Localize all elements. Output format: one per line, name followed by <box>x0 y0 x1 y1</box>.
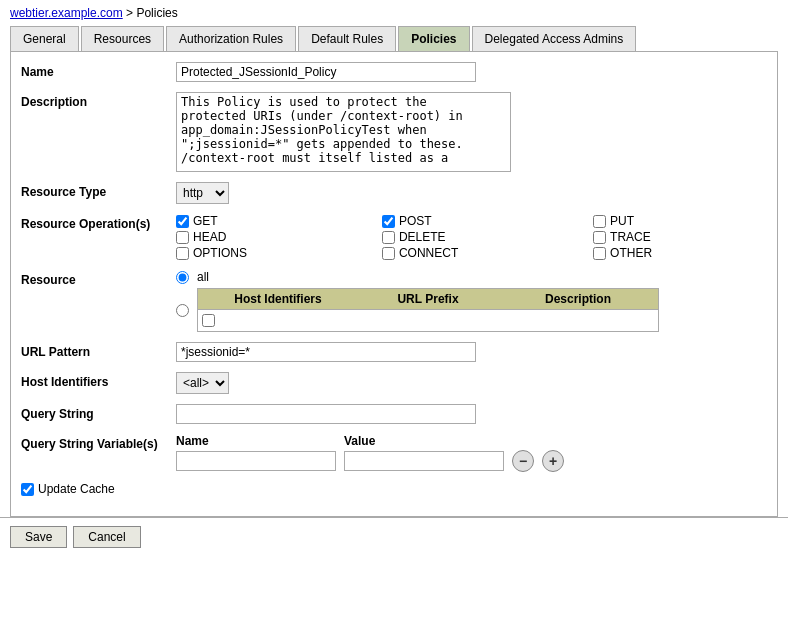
op-head-checkbox[interactable] <box>176 231 189 244</box>
op-trace[interactable]: TRACE <box>593 230 767 244</box>
op-delete[interactable]: DELETE <box>382 230 573 244</box>
breadcrumb-separator: > <box>126 6 136 20</box>
url-pattern-row: URL Pattern <box>21 342 767 362</box>
resource-type-label: Resource Type <box>21 182 176 199</box>
resource-all-option[interactable]: all <box>176 270 767 284</box>
description-label: Description <box>21 92 176 109</box>
resource-table-header: Host Identifiers URL Prefix Description <box>197 288 659 310</box>
bottom-bar: Save Cancel <box>0 517 788 556</box>
qs-variables-field: Name Value − + <box>176 434 767 472</box>
resource-field: all Host Identifiers URL Prefix Descript… <box>176 270 767 332</box>
tab-default-rules[interactable]: Default Rules <box>298 26 396 51</box>
tab-authorization-rules[interactable]: Authorization Rules <box>166 26 296 51</box>
col-description: Description <box>498 289 658 309</box>
breadcrumb-current: Policies <box>136 6 177 20</box>
op-connect-checkbox[interactable] <box>382 247 395 260</box>
breadcrumb: webtier.example.com > Policies <box>0 0 788 26</box>
name-input[interactable] <box>176 62 476 82</box>
query-string-row: Query String <box>21 404 767 424</box>
op-delete-checkbox[interactable] <box>382 231 395 244</box>
update-cache-row: Update Cache <box>21 482 767 496</box>
save-button[interactable]: Save <box>10 526 67 548</box>
description-field: This Policy is used to protect the prote… <box>176 92 767 172</box>
resource-table-checkbox[interactable] <box>202 314 215 327</box>
qs-inputs-row: − + <box>176 450 767 472</box>
resource-operations-field: GET POST PUT HEAD DELETE TRACE <box>176 214 767 260</box>
op-other-checkbox[interactable] <box>593 247 606 260</box>
resource-operations-row: Resource Operation(s) GET POST PUT HEAD … <box>21 214 767 260</box>
op-post[interactable]: POST <box>382 214 573 228</box>
col-host-identifiers: Host Identifiers <box>198 289 358 309</box>
query-string-label: Query String <box>21 404 176 421</box>
qs-name-input[interactable] <box>176 451 336 471</box>
query-string-field <box>176 404 767 424</box>
op-put[interactable]: PUT <box>593 214 767 228</box>
tab-policies[interactable]: Policies <box>398 26 469 51</box>
qs-column-labels: Name Value <box>176 434 767 448</box>
op-head[interactable]: HEAD <box>176 230 362 244</box>
resource-type-row: Resource Type http https <box>21 182 767 204</box>
qs-variables-row: Query String Variable(s) Name Value − + <box>21 434 767 472</box>
query-string-input[interactable] <box>176 404 476 424</box>
description-row: Description This Policy is used to prote… <box>21 92 767 172</box>
host-identifiers-row: Host Identifiers <all> <box>21 372 767 394</box>
op-post-checkbox[interactable] <box>382 215 395 228</box>
op-connect[interactable]: CONNECT <box>382 246 573 260</box>
tab-general[interactable]: General <box>10 26 79 51</box>
op-options-checkbox[interactable] <box>176 247 189 260</box>
url-pattern-label: URL Pattern <box>21 342 176 359</box>
op-get[interactable]: GET <box>176 214 362 228</box>
resource-radio-group: all Host Identifiers URL Prefix Descript… <box>176 270 767 332</box>
col-url-prefix: URL Prefix <box>358 289 498 309</box>
url-pattern-input[interactable] <box>176 342 476 362</box>
qs-value-column-label: Value <box>344 434 504 448</box>
qs-name-column-label: Name <box>176 434 336 448</box>
resource-all-radio[interactable] <box>176 271 189 284</box>
name-field <box>176 62 767 82</box>
host-identifiers-field: <all> <box>176 372 767 394</box>
resource-type-field: http https <box>176 182 767 204</box>
resource-table: Host Identifiers URL Prefix Description <box>197 288 659 332</box>
resource-type-select[interactable]: http https <box>176 182 229 204</box>
resource-table-body <box>197 310 659 332</box>
qs-variables-label: Query String Variable(s) <box>21 434 176 451</box>
cancel-button[interactable]: Cancel <box>73 526 140 548</box>
tab-resources[interactable]: Resources <box>81 26 164 51</box>
tab-delegated-access-admins[interactable]: Delegated Access Admins <box>472 26 637 51</box>
op-get-checkbox[interactable] <box>176 215 189 228</box>
breadcrumb-link[interactable]: webtier.example.com <box>10 6 123 20</box>
tab-bar: General Resources Authorization Rules De… <box>0 26 788 51</box>
resource-all-label: all <box>197 270 209 284</box>
op-options[interactable]: OPTIONS <box>176 246 362 260</box>
host-identifiers-select[interactable]: <all> <box>176 372 229 394</box>
qs-value-input[interactable] <box>344 451 504 471</box>
op-trace-checkbox[interactable] <box>593 231 606 244</box>
operations-grid: GET POST PUT HEAD DELETE TRACE <box>176 214 767 260</box>
description-textarea[interactable]: This Policy is used to protect the prote… <box>176 92 511 172</box>
qs-add-button[interactable]: + <box>542 450 564 472</box>
content-panel: Name Description This Policy is used to … <box>10 51 778 517</box>
url-pattern-field <box>176 342 767 362</box>
update-cache-checkbox[interactable] <box>21 483 34 496</box>
resource-operations-label: Resource Operation(s) <box>21 214 176 231</box>
resource-table-row: Host Identifiers URL Prefix Description <box>176 288 767 332</box>
resource-row: Resource all Host Identifiers URL Prefix… <box>21 270 767 332</box>
qs-remove-button[interactable]: − <box>512 450 534 472</box>
resource-label: Resource <box>21 270 176 287</box>
name-label: Name <box>21 62 176 79</box>
host-identifiers-label: Host Identifiers <box>21 372 176 389</box>
name-row: Name <box>21 62 767 82</box>
update-cache-label: Update Cache <box>38 482 115 496</box>
op-other[interactable]: OTHER <box>593 246 767 260</box>
op-put-checkbox[interactable] <box>593 215 606 228</box>
resource-table-radio[interactable] <box>176 304 189 317</box>
